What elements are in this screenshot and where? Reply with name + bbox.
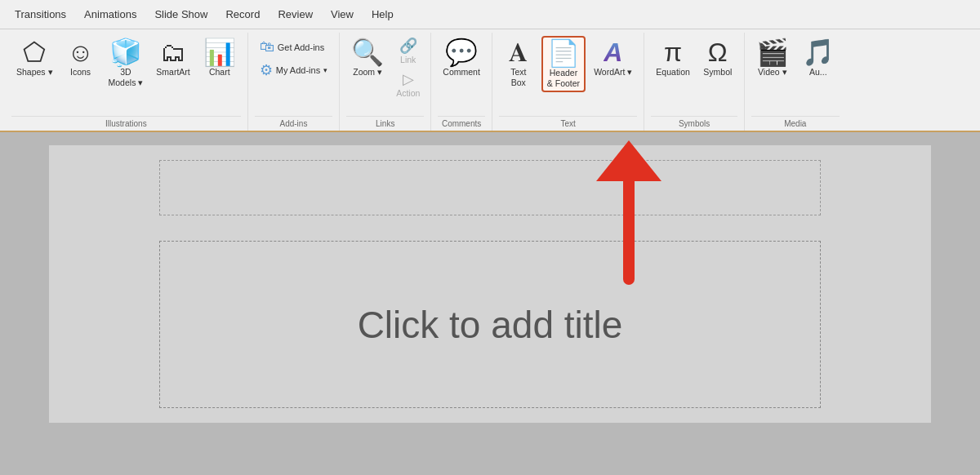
slide-canvas: Click to add title (49, 145, 931, 423)
text-box-label: Text Box (510, 67, 526, 87)
ribbon-group-addins: 🛍 Get Add-ins ⚙ My Add-ins ▾ Add-ins (248, 33, 340, 131)
audio-label: Au... (809, 67, 827, 78)
illustrations-group-label: Illustrations (11, 116, 241, 131)
comment-button[interactable]: 💬 Comment (438, 36, 485, 81)
link-icon: 🔗 (399, 38, 417, 53)
ribbon-group-text: 𝐀 Text Box 📄 Header & Footer A WordArt ▾… (492, 33, 645, 131)
addins-stack: 🛍 Get Add-ins ⚙ My Add-ins ▾ (255, 36, 332, 82)
smartart-icon: 🗂 (160, 39, 186, 65)
zoom-button[interactable]: 🔍 Zoom ▾ (346, 36, 389, 81)
get-addins-button[interactable]: 🛍 Get Add-ins (255, 36, 332, 58)
comment-icon: 💬 (445, 39, 478, 65)
action-button[interactable]: ▷ Action (392, 69, 424, 101)
addins-items: 🛍 Get Add-ins ⚙ My Add-ins ▾ (255, 33, 332, 114)
wordart-icon: A (604, 39, 622, 65)
links-items: 🔍 Zoom ▾ 🔗 Link ▷ Action (346, 33, 424, 114)
get-addins-icon: 🛍 (260, 38, 274, 55)
comments-items: 💬 Comment (438, 33, 485, 114)
ribbon-group-symbols: π Equation Ω Symbol Symbols (644, 33, 744, 131)
action-label: Action (396, 88, 420, 99)
menu-record[interactable]: Record (217, 5, 268, 24)
ribbon-group-comments: 💬 Comment Comments (431, 33, 492, 131)
text-box-button[interactable]: 𝐀 Text Box (499, 36, 538, 91)
symbols-group-label: Symbols (651, 116, 737, 131)
smartart-button[interactable]: 🗂 SmartArt (151, 36, 194, 81)
wordart-label: WordArt ▾ (594, 67, 632, 78)
link-label: Link (400, 55, 416, 65)
symbol-label: Symbol (703, 67, 732, 78)
ribbon: ⬠ Shapes ▾ ☺ Icons 🧊 3D Models ▾ 🗂 Smart… (0, 29, 980, 132)
menu-animations[interactable]: Animations (76, 5, 145, 24)
my-addins-arrow: ▾ (323, 66, 327, 74)
menu-transitions[interactable]: Transitions (7, 5, 74, 24)
symbol-icon: Ω (708, 39, 728, 65)
my-addins-label: My Add-ins (276, 65, 320, 75)
icons-button[interactable]: ☺ Icons (61, 36, 100, 81)
symbols-items: π Equation Ω Symbol (651, 33, 737, 114)
equation-icon: π (664, 39, 682, 65)
link-button[interactable]: 🔗 Link (392, 36, 424, 68)
zoom-label: Zoom ▾ (353, 67, 382, 78)
header-footer-label: Header & Footer (547, 68, 580, 88)
textbox-icon: 𝐀 (509, 39, 528, 65)
3d-models-label: 3D Models ▾ (109, 67, 144, 87)
3d-models-button[interactable]: 🧊 3D Models ▾ (104, 36, 149, 91)
media-items: 🎬 Video ▾ 🎵 Au... (751, 33, 840, 114)
links-group-label: Links (346, 116, 424, 131)
video-button[interactable]: 🎬 Video ▾ (751, 36, 794, 81)
icons-icon: ☺ (67, 39, 94, 65)
video-label: Video ▾ (758, 67, 787, 78)
slide-subtitle-area[interactable] (159, 160, 821, 215)
chart-label: Chart (209, 67, 230, 78)
illustrations-items: ⬠ Shapes ▾ ☺ Icons 🧊 3D Models ▾ 🗂 Smart… (11, 33, 241, 114)
shapes-label: Shapes ▾ (16, 67, 53, 78)
text-items: 𝐀 Text Box 📄 Header & Footer A WordArt ▾ (499, 33, 638, 114)
chart-icon: 📊 (203, 39, 236, 65)
3d-models-icon: 🧊 (109, 39, 142, 65)
equation-label: Equation (656, 67, 689, 78)
text-group-label: Text (499, 116, 638, 131)
audio-icon: 🎵 (802, 39, 835, 65)
addins-group-label: Add-ins (255, 116, 332, 131)
ribbon-group-illustrations: ⬠ Shapes ▾ ☺ Icons 🧊 3D Models ▾ 🗂 Smart… (5, 33, 248, 131)
ribbon-group-links: 🔍 Zoom ▾ 🔗 Link ▷ Action Links (340, 33, 431, 131)
my-addins-icon: ⚙ (260, 61, 273, 79)
wordart-button[interactable]: A WordArt ▾ (589, 36, 637, 81)
shapes-icon: ⬠ (23, 39, 46, 65)
menu-bar: Transitions Animations Slide Show Record… (0, 0, 980, 29)
header-footer-icon: 📄 (547, 40, 580, 66)
audio-button[interactable]: 🎵 Au... (797, 36, 840, 81)
smartart-label: SmartArt (156, 67, 189, 78)
slide-title-box[interactable]: Click to add title (159, 241, 821, 408)
chart-button[interactable]: 📊 Chart (198, 36, 241, 81)
ribbon-group-media: 🎬 Video ▾ 🎵 Au... Media (745, 33, 846, 131)
comment-label: Comment (443, 67, 480, 78)
shapes-button[interactable]: ⬠ Shapes ▾ (11, 36, 58, 81)
media-group-label: Media (751, 116, 840, 131)
icons-label: Icons (70, 67, 91, 78)
my-addins-button[interactable]: ⚙ My Add-ins ▾ (255, 59, 332, 82)
video-icon: 🎬 (756, 39, 789, 65)
header-footer-button[interactable]: 📄 Header & Footer (541, 36, 586, 92)
menu-slideshow[interactable]: Slide Show (146, 5, 216, 24)
slide-area: Click to add title (0, 132, 980, 475)
menu-help[interactable]: Help (363, 5, 402, 24)
menu-review[interactable]: Review (270, 5, 321, 24)
action-icon: ▷ (403, 72, 414, 87)
slide-title-placeholder: Click to add title (358, 303, 623, 347)
menu-view[interactable]: View (323, 5, 362, 24)
get-addins-label: Get Add-ins (278, 42, 324, 52)
ribbon-content: ⬠ Shapes ▾ ☺ Icons 🧊 3D Models ▾ 🗂 Smart… (0, 29, 980, 131)
symbol-button[interactable]: Ω Symbol (698, 36, 737, 81)
zoom-icon: 🔍 (351, 39, 384, 65)
comments-group-label: Comments (438, 116, 485, 131)
equation-button[interactable]: π Equation (651, 36, 694, 81)
